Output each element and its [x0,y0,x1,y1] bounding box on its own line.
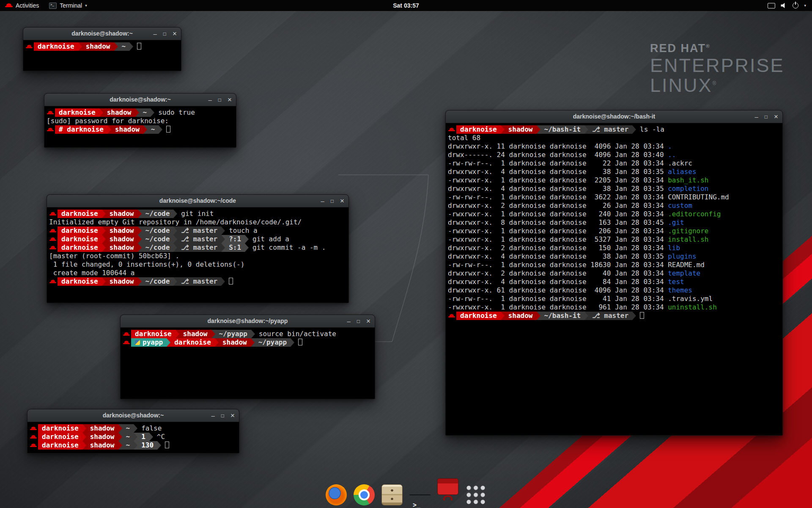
prompt-path-segment: ~/code [142,277,174,286]
rhel-logo-line3: LINUX® [650,76,785,96]
terminal-line: darknoiseshadow~/bash-it⎇ masterls -la [448,125,782,134]
terminal-cursor [137,43,141,50]
redhat-prompt-icon [49,210,57,218]
output-text: total 68 [448,134,480,142]
maximize-button[interactable]: □ [221,413,224,418]
executable-name: uninstall.sh [668,303,717,311]
terminal-cursor [229,278,233,284]
close-button[interactable]: × [230,412,235,419]
minimize-button[interactable]: – [347,318,350,324]
prompt-host-segment: shadow [111,125,143,134]
terminal-line: darknoiseshadow~1^C [30,433,238,441]
dock-item-app-grid[interactable] [465,484,486,505]
powerline-separator-icon [114,42,118,51]
segment-text: darknoise [460,125,497,133]
maximize-button[interactable]: □ [163,31,166,36]
redhat-prompt-icon [25,42,33,51]
rhel-logo: RED HAT® ENTERPRISE LINUX® [650,42,785,96]
window-titlebar[interactable]: darknoise@shadow:~/code–□× [47,195,348,207]
segment-text: ~/code [145,235,170,243]
prompt-host-segment: shadow [219,338,251,347]
segment-text: darknoise [61,210,98,218]
prompt-path-segment: ~/code [142,210,174,218]
window-titlebar[interactable]: darknoise@shadow:~–□× [23,28,181,40]
powerline-separator-icon [501,125,505,134]
close-button[interactable]: × [228,96,232,103]
terminal-line: darknoiseshadow~/bash-it⎇ master [448,312,782,320]
prompt-exit-code-segment: 130 [137,441,157,450]
segment-text: ~/bash-it [544,125,581,133]
output-text: [sudo] password for darknoise: [47,117,169,125]
prompt-user-segment: darknoise [456,312,501,320]
close-button[interactable]: × [774,113,778,120]
terminal-line: drwxrwxr-x. 4 darknoise darknoise 84 Jan… [448,278,782,286]
powerline-separator-icon [245,235,249,243]
prompt-host-segment: shadow [86,433,118,441]
directory-name: custom [668,202,692,210]
terminal-line: [master (root-commit) 50bcb63] . [49,252,348,260]
executable-name: .gitignore [668,227,708,235]
terminal-content[interactable]: darknoiseshadow~falsedarknoiseshadow~1^C… [27,422,239,453]
minimize-button[interactable]: – [321,198,324,204]
terminal-content[interactable]: darknoiseshadow~/pyappsource bin/activat… [121,328,375,399]
terminal-content[interactable]: darknoiseshadow~ [23,40,181,71]
prompt-user-segment: darknoise [131,330,176,338]
terminal-content[interactable]: darknoiseshadow~sudo true[sudo] password… [44,106,236,147]
redhat-prompt-icon [49,277,57,286]
segment-text: shadow [222,338,247,346]
terminal-window: darknoise@shadow:~/bash-it–□×darknoisesh… [445,110,783,436]
prompt-path-segment: ~ [147,125,159,134]
maximize-button[interactable]: □ [331,199,334,204]
segment-text: darknoise [135,330,172,338]
terminal-icon [409,494,431,495]
prompt-user-segment: darknoise [38,424,82,433]
segment-text: 130 [141,441,154,449]
minimize-button[interactable]: – [153,30,156,37]
dock-item-files[interactable] [381,484,403,505]
segment-text: shadow [110,226,134,235]
directory-name: test [668,278,684,286]
prompt-host-segment: shadow [86,441,118,450]
maximize-button[interactable]: □ [765,114,768,119]
powerline-separator-icon [143,125,147,134]
dock-item-toolbox[interactable] [437,484,458,505]
executable-name: .editorconfig [668,210,721,218]
terminal-content[interactable]: darknoiseshadow~/bash-it⎇ masterls -lato… [446,123,782,435]
terminal-line: 1 file changed, 0 insertions(+), 0 delet… [49,260,348,269]
window-titlebar[interactable]: darknoise@shadow:~/bash-it–□× [446,110,782,123]
powerline-separator-icon [134,433,137,441]
prompt-path-segment: ~/pyapp [255,338,291,347]
prompt-path-segment: ~ [122,441,134,450]
terminal-line: -rwxrwxr-x. 1 darknoise darknoise 2205 J… [448,176,782,185]
close-button[interactable]: × [366,318,370,325]
minimize-button[interactable]: – [211,412,214,419]
segment-text: pyapp [143,338,163,346]
powerline-separator-icon [159,125,162,134]
prompt-path-segment: ~/code [142,235,174,243]
window-titlebar[interactable]: darknoise@shadow:~–□× [44,94,236,106]
close-button[interactable]: × [173,30,177,37]
close-button[interactable]: × [340,197,344,204]
dock-item-firefox[interactable] [326,484,347,505]
prompt-host-segment: shadow [106,243,138,252]
window-titlebar[interactable]: darknoise@shadow:~–□× [27,409,239,422]
maximize-button[interactable]: □ [357,319,360,324]
window-titlebar[interactable]: darknoise@shadow:~/pyapp–□× [121,315,375,328]
powerline-separator-icon [221,243,225,252]
minimize-button[interactable]: – [208,97,211,103]
dock-item-chrome[interactable] [354,484,375,505]
terminal-line: darknoiseshadow~/code⎇ master?:1git add … [49,235,348,243]
maximize-button[interactable]: □ [218,97,221,102]
terminal-line: darknoiseshadow~/pyappsource bin/activat… [123,330,374,338]
output-text: Initialized empty Git repository in /hom… [49,218,302,226]
window-title: darknoise@shadow:~ [44,94,236,106]
terminal-content[interactable]: darknoiseshadow~/codegit initInitialized… [47,207,348,303]
powerline-separator-icon [138,210,142,218]
clock[interactable]: Sat 03:57 [0,2,812,9]
terminal-line: darknoiseshadow~sudo true [47,108,235,117]
system-status-area[interactable]: ▾ [762,0,812,11]
segment-text: shadow [90,433,115,441]
prompt-git-status-segment: ?:1 [225,235,245,243]
dock-item-terminal[interactable] [409,484,431,505]
minimize-button[interactable]: – [754,113,758,120]
